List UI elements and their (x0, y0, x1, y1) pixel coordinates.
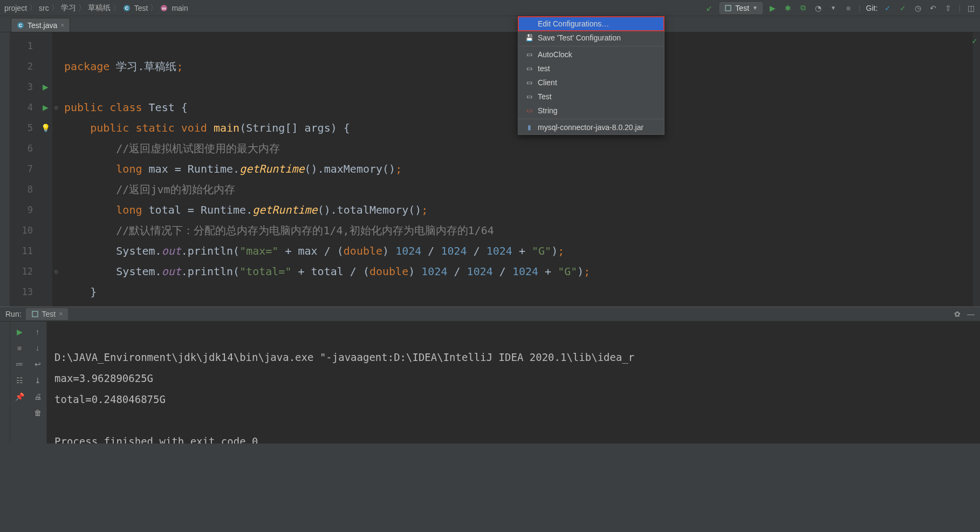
stop-icon[interactable]: ■ (13, 342, 25, 354)
profile-icon[interactable]: ◔ (813, 3, 823, 13)
breadcrumb-item[interactable]: 草稿纸 (88, 3, 111, 13)
settings-gear-icon[interactable]: ✿ (954, 310, 961, 318)
vcs-update-icon[interactable]: ✓ (883, 3, 893, 13)
up-icon[interactable]: ↑ (32, 326, 44, 338)
pin-icon[interactable]: 📌 (13, 391, 25, 403)
line-number-gutter: 12345678910111213 (10, 32, 38, 306)
svg-text:C: C (125, 5, 128, 11)
project-tool-strip[interactable] (0, 32, 10, 306)
down-icon[interactable]: ↓ (32, 342, 44, 354)
console-output[interactable]: D:\JAVA_Environment\jdk\jdk14\bin\java.e… (47, 322, 980, 444)
run-config-item[interactable]: ▭test (518, 62, 664, 76)
app-error-icon: ▭ (525, 106, 533, 115)
run-config-item[interactable]: ▭Client (518, 76, 664, 90)
separator (518, 46, 664, 46)
vcs-rollback-icon[interactable]: ↶ (928, 3, 938, 13)
run-config-item[interactable]: ▭AutoClock (518, 47, 664, 62)
jar-icon: ▮ (525, 123, 533, 132)
app-icon (31, 310, 39, 318)
breadcrumb-item[interactable]: Test (134, 4, 148, 12)
close-icon[interactable]: × (59, 310, 63, 318)
inspection-ok-icon[interactable]: ✓ (971, 37, 978, 45)
chevron-right-icon: 〉 (113, 3, 120, 13)
breadcrumb-item[interactable]: 学习 (61, 3, 76, 13)
debug-icon[interactable]: ✱ (783, 3, 793, 13)
run-tab[interactable]: Test × (26, 308, 68, 320)
breadcrumb-item[interactable]: project (4, 4, 27, 12)
attach-chevron-icon[interactable]: ▼ (828, 3, 838, 13)
breadcrumb-item[interactable]: src (39, 4, 49, 12)
soft-wrap-icon[interactable]: ↩ (32, 358, 44, 370)
fold-gutter: ⊖ ⊖ (52, 32, 60, 306)
error-stripe[interactable] (972, 32, 980, 306)
breadcrumbs: project〉 src〉 学习〉 草稿纸〉 C Test〉 m main (4, 3, 188, 13)
app-icon: ▭ (525, 78, 533, 87)
chevron-right-icon: 〉 (150, 3, 157, 13)
chevron-right-icon: 〉 (51, 3, 59, 13)
chevron-right-icon: 〉 (29, 3, 37, 13)
editor-tab-label: Test.java (28, 21, 57, 30)
vcs-push-icon[interactable]: ⇧ (943, 3, 953, 13)
app-icon: ▭ (525, 92, 533, 101)
vcs-commit-icon[interactable]: ✓ (898, 3, 908, 13)
svg-rect-4 (725, 5, 731, 11)
fold-end-icon[interactable]: ⊖ (54, 269, 58, 275)
run-gutter: ▶ ▶ 💡 (38, 32, 52, 306)
editor-tab[interactable]: C Test.java × (11, 18, 70, 32)
vcs-history-icon[interactable]: ◷ (913, 3, 923, 13)
toolbar: ↙ Test ▼ ▶ ✱ ⧉ ◔ ▼ ■ | Git: ✓ ✓ ◷ ↶ ⇧ | … (704, 2, 976, 14)
run-controls-col2: ↑ ↓ ↩ ⤓ 🖨 🗑 (29, 322, 47, 444)
coverage-icon[interactable]: ⧉ (798, 3, 808, 13)
svg-text:C: C (19, 23, 23, 28)
class-icon: C (122, 4, 131, 12)
print-icon[interactable]: 🖨 (32, 391, 44, 403)
editor-tabs: C Test.java × (0, 16, 980, 32)
class-icon: C (17, 22, 24, 29)
run-tool-window: ▶ ■ ≔ ☷ 📌 ↑ ↓ ↩ ⤓ 🖨 🗑 D:\JAVA_Environmen… (0, 322, 980, 444)
run-config-item[interactable]: ▭String (518, 104, 664, 118)
layout-icon[interactable]: ≔ (13, 358, 25, 370)
run-config-item[interactable]: ▭Test (518, 90, 664, 104)
jar-item[interactable]: ▮mysql-connector-java-8.0.20.jar (518, 120, 664, 134)
run-config-label: Test (735, 4, 749, 12)
save-icon: 💾 (525, 33, 533, 42)
chevron-right-icon: 〉 (78, 3, 86, 13)
run-tool-header: Run: Test × ✿ — (0, 306, 980, 322)
fold-toggle-icon[interactable]: ⊖ (54, 105, 58, 111)
method-icon: m (160, 4, 168, 12)
separator (518, 119, 664, 119)
run-line-icon[interactable]: ▶ (43, 103, 49, 112)
git-label: Git: (866, 4, 878, 12)
run-line-icon[interactable]: ▶ (43, 83, 49, 91)
run-icon[interactable]: ▶ (768, 3, 778, 13)
close-icon[interactable]: × (60, 22, 64, 29)
run-config-selector[interactable]: Test ▼ (719, 2, 763, 14)
scroll-end-icon[interactable]: ⤓ (32, 374, 44, 386)
run-tab-label: Test (42, 310, 56, 318)
breadcrumb-item[interactable]: main (172, 4, 188, 12)
search-everywhere-icon[interactable]: ◫ (966, 3, 976, 13)
edit-configurations-item[interactable]: Edit Configurations… (518, 17, 664, 31)
rerun-icon[interactable]: ▶ (13, 326, 25, 338)
stop-icon[interactable]: ■ (844, 3, 853, 13)
build-hammer-icon[interactable]: ↙ (704, 3, 714, 13)
chevron-down-icon: ▼ (752, 5, 758, 11)
minimize-icon[interactable]: — (967, 310, 975, 318)
svg-text:m: m (162, 6, 166, 11)
editor: 12345678910111213 ▶ ▶ 💡 ⊖ ⊖ package 学习.草… (0, 32, 980, 306)
app-icon: ▭ (525, 50, 533, 59)
left-tool-strip[interactable] (0, 322, 10, 444)
app-icon: ▭ (525, 64, 533, 73)
intention-bulb-icon[interactable]: 💡 (41, 124, 50, 132)
code-area[interactable]: package 学习.草稿纸; public class Test { publ… (60, 32, 972, 306)
top-bar: project〉 src〉 学习〉 草稿纸〉 C Test〉 m main ↙ … (0, 0, 980, 16)
app-icon (724, 4, 732, 12)
run-config-dropdown: Edit Configurations… 💾 Save 'Test' Confi… (518, 16, 664, 135)
clear-icon[interactable]: 🗑 (32, 407, 44, 419)
svg-rect-7 (32, 311, 38, 317)
save-configuration-item[interactable]: 💾 Save 'Test' Configuration (518, 31, 664, 45)
run-controls-col1: ▶ ■ ≔ ☷ 📌 (10, 322, 29, 444)
layout-icon[interactable]: ☷ (13, 374, 25, 386)
run-label: Run: (5, 310, 22, 318)
